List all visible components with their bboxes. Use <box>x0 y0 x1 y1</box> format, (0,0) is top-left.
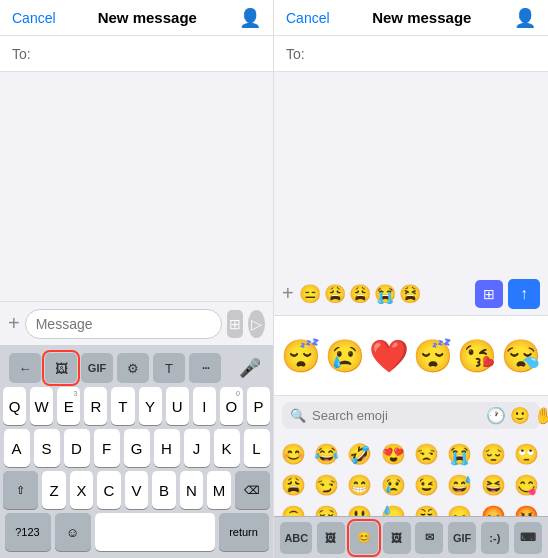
key-i[interactable]: I <box>193 387 216 425</box>
key-p[interactable]: P <box>247 387 270 425</box>
emoji-cell[interactable]: 😊 <box>278 439 308 469</box>
emoji-cell[interactable]: 😃 <box>345 501 375 516</box>
key-a[interactable]: A <box>4 429 30 467</box>
featured-emoji-5[interactable]: 😘 <box>457 337 497 375</box>
emoji-face-icon[interactable]: 🙂 <box>510 406 530 425</box>
emoji-cell[interactable]: 😤 <box>412 501 442 516</box>
emoji-cell[interactable]: 😒 <box>412 439 442 469</box>
emoji-search-bar: 🔍 🕐 🙂 ✋ ⚙ ⌨ <box>282 402 540 429</box>
key-l[interactable]: L <box>244 429 270 467</box>
emoji-search-input[interactable] <box>312 408 480 423</box>
emoji-cell[interactable]: 😡 <box>478 501 508 516</box>
key-g[interactable]: G <box>124 429 150 467</box>
key-z[interactable]: Z <box>42 471 66 509</box>
emoji-cell[interactable]: 😋 <box>512 470 542 500</box>
emoji-cell[interactable]: 😌 <box>311 501 341 516</box>
key-r[interactable]: R <box>84 387 107 425</box>
featured-emoji-1[interactable]: 😴 <box>281 337 321 375</box>
left-plus-icon[interactable]: + <box>8 312 20 335</box>
key-t[interactable]: T <box>111 387 134 425</box>
key-shift[interactable]: ⇧ <box>3 471 38 509</box>
key-q[interactable]: Q <box>3 387 26 425</box>
emoji-tb-sticker2[interactable]: 🖼 <box>383 522 411 554</box>
key-f[interactable]: F <box>94 429 120 467</box>
key-space[interactable] <box>95 513 215 551</box>
key-x[interactable]: X <box>70 471 94 509</box>
right-plus-icon[interactable]: + <box>282 282 294 305</box>
left-kb-row-4: ?123 ☺ return <box>3 513 270 551</box>
left-add-contact-icon[interactable]: 👤 <box>239 7 261 29</box>
emoji-cell[interactable]: 😅 <box>445 470 475 500</box>
key-numbers[interactable]: ?123 <box>5 513 51 551</box>
left-kb-back-icon[interactable]: ← <box>9 353 41 383</box>
emoji-cell[interactable]: 🤬 <box>512 501 542 516</box>
emoji-cell[interactable]: 🙃 <box>278 501 308 516</box>
emoji-cell[interactable]: 😍 <box>378 439 408 469</box>
emoji-cell[interactable]: 😠 <box>445 501 475 516</box>
emoji-cell[interactable]: 😂 <box>311 439 341 469</box>
key-y[interactable]: Y <box>139 387 162 425</box>
emoji-cell[interactable]: 😔 <box>478 439 508 469</box>
right-emoji-face4: 😭 <box>374 283 396 305</box>
right-emoji-face1: 😑 <box>299 283 321 305</box>
key-d[interactable]: D <box>64 429 90 467</box>
key-c[interactable]: C <box>97 471 121 509</box>
key-j[interactable]: J <box>184 429 210 467</box>
featured-emoji-4[interactable]: 😴 <box>413 337 453 375</box>
emoji-tb-keyboard[interactable]: ⌨ <box>514 522 542 554</box>
key-o[interactable]: O0 <box>220 387 243 425</box>
key-b[interactable]: B <box>152 471 176 509</box>
key-m[interactable]: M <box>207 471 231 509</box>
left-kb-gif-button[interactable]: GIF <box>81 353 113 383</box>
key-s[interactable]: S <box>34 429 60 467</box>
key-w[interactable]: W <box>30 387 53 425</box>
emoji-cell[interactable]: 😢 <box>378 470 408 500</box>
featured-emoji-2[interactable]: 😢 <box>325 337 365 375</box>
emoji-cell[interactable]: 😆 <box>478 470 508 500</box>
right-add-contact-icon[interactable]: 👤 <box>514 7 536 29</box>
emoji-cell[interactable]: 😭 <box>445 439 475 469</box>
emoji-cell[interactable]: 🙄 <box>512 439 542 469</box>
emoji-cell[interactable]: 😓 <box>378 501 408 516</box>
left-kb-settings-icon[interactable]: ⚙ <box>117 353 149 383</box>
emoji-cell[interactable]: 🤣 <box>345 439 375 469</box>
emoji-cell[interactable]: 😁 <box>345 470 375 500</box>
emoji-tb-emoticon[interactable]: :-) <box>481 522 509 554</box>
left-cancel-button[interactable]: Cancel <box>12 10 56 26</box>
emoji-tb-message[interactable]: ✉ <box>415 522 443 554</box>
right-attach-icon[interactable]: ⊞ <box>475 280 503 308</box>
featured-emoji-6[interactable]: 😪 <box>501 337 541 375</box>
key-h[interactable]: H <box>154 429 180 467</box>
emoji-cell[interactable]: 😉 <box>412 470 442 500</box>
emoji-hand-icon[interactable]: ✋ <box>534 406 548 425</box>
emoji-cell[interactable]: 😩 <box>278 470 308 500</box>
left-message-input[interactable] <box>25 309 222 339</box>
key-return[interactable]: return <box>219 513 269 551</box>
key-v[interactable]: V <box>125 471 149 509</box>
key-emoji[interactable]: ☺ <box>55 513 91 551</box>
emoji-cell[interactable]: 😏 <box>311 470 341 500</box>
right-send-button[interactable]: ↑ <box>508 279 540 309</box>
left-kb-more-icon[interactable]: ··· <box>189 353 221 383</box>
right-emoji-face5: 😫 <box>399 283 421 305</box>
right-cancel-button[interactable]: Cancel <box>286 10 330 26</box>
emoji-tb-sticker[interactable]: 🖼 <box>317 522 345 554</box>
left-attach-icon[interactable]: ⊞ <box>227 310 244 338</box>
emoji-tb-abc[interactable]: ABC <box>280 522 312 554</box>
key-k[interactable]: K <box>214 429 240 467</box>
right-emoji-face2: 😩 <box>324 283 346 305</box>
left-kb-mic-icon[interactable]: 🎤 <box>236 354 264 382</box>
left-kb-translate-icon[interactable]: T <box>153 353 185 383</box>
emoji-tb-gif[interactable]: GIF <box>448 522 476 554</box>
emoji-recent-icon[interactable]: 🕐 <box>486 406 506 425</box>
emoji-tb-emoji[interactable]: 😊 <box>350 522 378 554</box>
key-backspace[interactable]: ⌫ <box>235 471 270 509</box>
left-send-icon[interactable]: ▷ <box>248 310 265 338</box>
left-input-bar: + ⊞ ▷ <box>0 301 273 345</box>
key-e[interactable]: E3 <box>57 387 80 425</box>
left-kb-emoji-keyboard-icon[interactable]: 🖼 <box>45 353 77 383</box>
key-n[interactable]: N <box>180 471 204 509</box>
emoji-grid: 😊 😂 🤣 😍 😒 😭 😔 🙄 😩 😏 😁 😢 😉 😅 😆 😋 🙃 <box>278 439 544 516</box>
featured-emoji-3[interactable]: ❤️ <box>369 337 409 375</box>
key-u[interactable]: U <box>166 387 189 425</box>
